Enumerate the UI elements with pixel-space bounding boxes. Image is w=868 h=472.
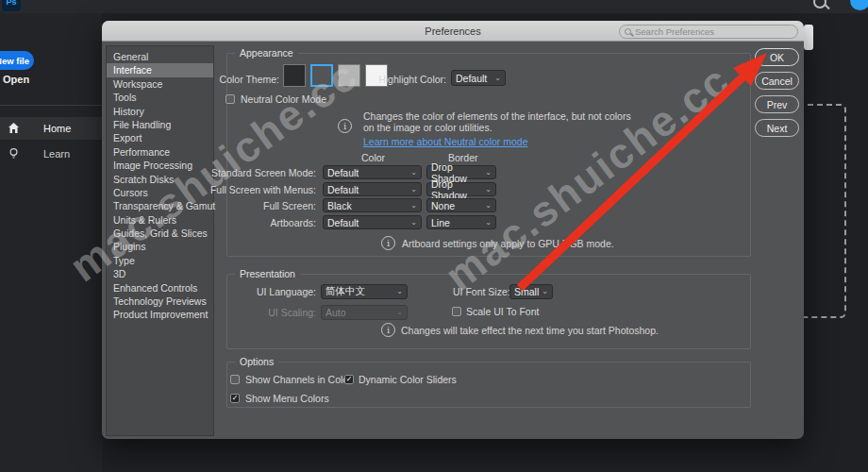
artboard-note: Artboard settings only apply to GPU RGB … [402,238,614,249]
category-export[interactable]: Export [107,131,213,144]
ok-button[interactable]: OK [755,48,799,66]
sidebar-item-home[interactable]: Home [0,117,102,140]
highlight-color-select[interactable]: Default ⌄ [451,70,506,86]
category-scratch-disks[interactable]: Scratch Disks [107,173,213,186]
category-tools[interactable]: Tools [107,91,213,104]
neutral-color-mode-link[interactable]: Learn more about Neutral color mode [363,136,528,147]
check-icon: ✓ [232,395,239,402]
prev-button[interactable]: Prev [755,95,799,113]
show-menu-colors-checkbox[interactable]: ✓ [230,394,240,403]
category-enhanced-controls[interactable]: Enhanced Controls [107,281,213,295]
nav-label: Home [43,123,71,134]
sidebar-item-learn[interactable]: Learn [0,143,102,165]
section-legend: Presentation [235,268,300,279]
show-menu-colors-label: Show Menu Colors [245,393,329,404]
select-value: Default [456,73,487,84]
category-general[interactable]: General [107,50,213,63]
category-units-rulers[interactable]: Units & Rulers [107,213,213,227]
chevron-down-icon: ⌄ [410,169,417,177]
full-screen-with-menus-border-select[interactable]: Drop Shadow⌄ [426,182,496,196]
app-topbar: Ps [0,0,868,13]
photoshop-app-icon[interactable]: Ps [2,0,21,11]
artboards-color-select[interactable]: Default⌄ [323,215,422,229]
category-interface[interactable]: Interface [107,63,213,76]
standard-screen-mode-color-select[interactable]: Default⌄ [323,165,422,179]
chevron-down-icon: ⌄ [410,202,417,210]
preferences-dialog: Preferences General Interface Workspace … [102,21,804,439]
color-theme-swatch-light[interactable] [338,64,360,87]
full-screen-with-menus-label: Full Screen with Menus: [208,184,316,195]
category-history[interactable]: History [107,105,213,118]
info-icon: i [338,119,352,133]
divider [0,105,102,106]
open-button[interactable]: Open [3,74,29,85]
select-value: Small [514,286,539,297]
section-legend: Options [235,356,278,367]
category-3d[interactable]: 3D [107,267,213,280]
standard-screen-mode-label: Standard Screen Mode: [208,167,316,178]
nav-label: Learn [43,148,70,160]
category-plugins[interactable]: Plugins [107,240,213,253]
category-technology-previews[interactable]: Technology Previews [107,295,213,308]
search-input[interactable] [635,26,793,37]
lightbulb-icon [8,147,20,160]
category-guides-grid-slices[interactable]: Guides, Grid & Slices [107,227,213,240]
full-screen-color-select[interactable]: Black⌄ [323,198,422,212]
search-icon [625,28,631,35]
category-performance[interactable]: Performance [107,145,213,159]
select-value: 简体中文 [326,285,365,298]
cancel-button[interactable]: Cancel [755,72,799,90]
category-product-improvement[interactable]: Product Improvement [107,308,213,321]
photoshop-window: Ps New file Open Home Learn Preferences [0,0,868,472]
full-screen-with-menus-color-select[interactable]: Default⌄ [323,182,422,196]
full-screen-label: Full Screen: [208,200,316,211]
dialog-titlebar[interactable]: Preferences [102,21,804,42]
search-icon[interactable] [813,0,826,8]
chevron-down-icon: ⌄ [542,288,548,295]
chevron-down-icon: ⌄ [485,169,492,177]
category-file-handling[interactable]: File Handling [107,118,213,131]
color-theme-swatch-dark-selected[interactable] [310,64,333,87]
category-transparency-gamut[interactable]: Transparency & Gamut [107,199,213,212]
neutral-color-mode-label: Neutral Color Mode [241,93,326,105]
category-workspace[interactable]: Workspace [107,77,213,91]
select-value: None [431,200,455,211]
select-value: Drop Shadow [431,178,485,201]
select-value: Default [327,167,359,178]
category-image-processing[interactable]: Image Processing [107,159,213,172]
ui-scaling-label: UI Scaling: [241,307,316,318]
chevron-down-icon: ⌄ [485,186,492,194]
dynamic-color-sliders-label: Dynamic Color Sliders [359,374,457,385]
avatar[interactable] [850,0,868,10]
full-screen-border-select[interactable]: None⌄ [426,198,496,212]
color-theme-label: Color Theme: [219,74,279,85]
show-channels-in-color-checkbox[interactable]: ✓ [230,375,240,384]
neutral-color-mode-checkbox[interactable]: ✓ [225,94,235,104]
category-type[interactable]: Type [107,254,213,267]
info-icon: i [381,323,395,337]
artboards-label: Artboards: [208,217,316,228]
column-header-color: Color [361,152,385,163]
artboards-border-select[interactable]: Line⌄ [426,215,496,229]
chevron-down-icon: ⌄ [396,288,403,295]
preferences-search[interactable] [619,25,798,39]
chevron-down-icon: ⌄ [485,219,492,227]
new-file-button[interactable]: New file [0,51,34,70]
info-icon: i [381,236,395,250]
section-legend: Appearance [235,47,298,59]
dynamic-color-sliders-checkbox[interactable]: ✓ [344,375,354,384]
ui-language-select[interactable]: 简体中文⌄ [321,284,408,299]
highlight-color-label: Highlight Color: [376,74,446,85]
color-theme-swatch-darkest[interactable] [283,64,306,87]
category-cursors[interactable]: Cursors [107,186,213,199]
ui-font-size-select[interactable]: Small⌄ [509,284,553,299]
ui-scaling-select: Auto⌄ [321,305,408,320]
next-button[interactable]: Next [755,119,799,137]
interface-color-note: Changes the color of elements of the int… [363,110,642,133]
scale-ui-to-font-checkbox[interactable]: ✓ [452,307,461,316]
select-value: Default [327,217,359,228]
ui-language-label: UI Language: [241,286,316,297]
select-value: Line [431,217,450,228]
home-icon [8,122,20,134]
background-card-edge [804,25,813,50]
